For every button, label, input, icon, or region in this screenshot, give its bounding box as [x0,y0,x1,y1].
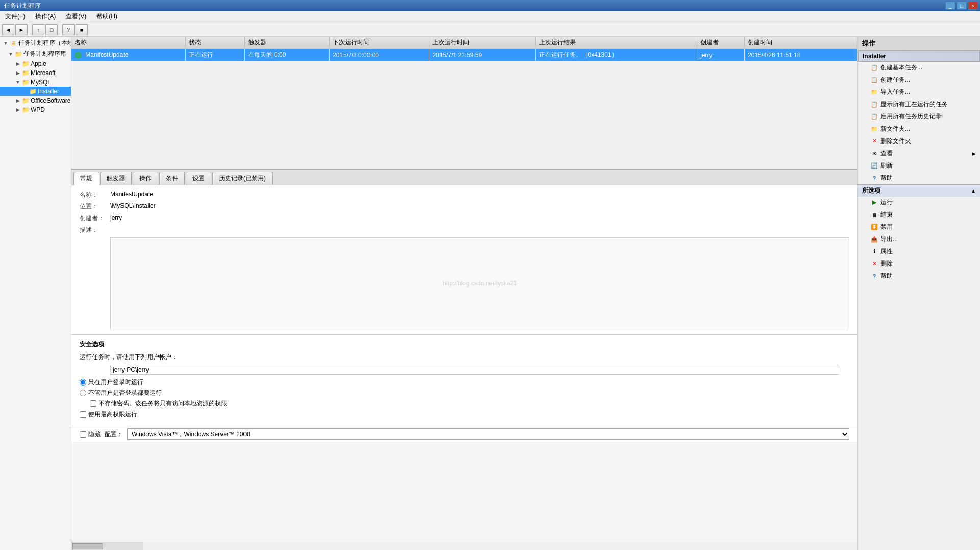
col-status[interactable]: 状态 [186,37,245,49]
action-create-task[interactable]: 📋 创建任务... [858,74,980,86]
sidebar-item-apple[interactable]: ▶ 📁 Apple [0,59,71,68]
tab-actions[interactable]: 操作 [133,172,158,185]
col-last-run[interactable]: 上次运行时间 [429,37,535,49]
tree-toggle-library[interactable]: ▼ [7,51,14,58]
tree-toggle-microsoft[interactable]: ▶ [14,69,21,77]
properties-icon: ℹ [870,248,878,256]
new-folder-icon: 📁 [870,125,878,133]
selected-action-end[interactable]: ⏹ 结束 [858,209,980,221]
config-select[interactable]: Windows Vista™，Windows Server™ 2008 [127,428,849,440]
col-creator[interactable]: 创建者 [697,37,745,49]
radio-only-loggedon[interactable] [80,379,86,386]
help-button[interactable]: ? [62,24,75,35]
toolbar: ◄ ► ↑ □ ? ■ [0,22,980,37]
selected-action-run[interactable]: ▶ 运行 [858,197,980,209]
action-enable-history[interactable]: 📋 启用所有任务历史记录 [858,111,980,123]
tree-toggle-wpd[interactable]: ▶ [14,106,21,113]
selected-action-disable[interactable]: ⏬ 禁用 [858,221,980,233]
action-refresh[interactable]: 🔄 刷新 [858,160,980,172]
col-name[interactable]: 名称 [71,37,186,49]
minimize-button[interactable]: _ [945,2,955,10]
action-view[interactable]: 👁 查看 ▶ [858,148,980,160]
menu-help[interactable]: 帮助(H) [93,11,120,22]
collapse-selected-button[interactable]: ▲ [971,188,976,194]
close-button[interactable]: × [968,2,978,10]
view-icon: 👁 [870,150,878,158]
checkbox-nopwd[interactable] [90,400,96,407]
sidebar-item-library[interactable]: ▼ 📁 任务计划程序库 [0,49,71,59]
action-show-running[interactable]: 📋 显示所有正在运行的任务 [858,99,980,111]
selected-action-export[interactable]: 📤 导出... [858,233,980,246]
sidebar-item-installer[interactable]: 📁 Installer [0,87,71,96]
create-basic-icon: 📋 [870,64,878,72]
tab-history[interactable]: 历史记录(已禁用) [212,172,273,185]
radio-always[interactable] [80,390,86,396]
title-bar: 任务计划程序 _ □ × [0,0,980,11]
sidebar-item-mysql[interactable]: ▼ 📁 MySQL [0,78,71,87]
help-installer-icon: ? [870,174,878,182]
sidebar-item-microsoft[interactable]: ▶ 📁 Microsoft [0,68,71,78]
table-row[interactable]: ManifestUpdate 正在运行 在每天的 0:00 2015/7/3 0… [71,49,857,61]
action-label-view: 查看 [880,149,893,158]
info-button[interactable]: ■ [76,24,88,35]
checkbox-highest-label: 使用最高权限运行 [88,410,137,419]
view-arrow: ▶ [972,151,976,156]
detail-area: 常规 触发器 操作 条件 设置 历史记录(已禁用) 名称： ManifestUp… [71,170,857,542]
sidebar-label-installer: Installer [38,88,59,95]
action-help-installer[interactable]: ? 帮助 [858,172,980,184]
col-created[interactable]: 创建时间 [745,37,857,49]
hidden-checkbox[interactable] [80,431,86,438]
hidden-checkbox-group: 隐藏 [80,430,101,439]
selected-action-help[interactable]: ? 帮助 [858,270,980,282]
action-delete-folder[interactable]: ✕ 删除文件夹 [858,135,980,148]
view-button[interactable]: □ [45,24,58,35]
horizontal-scrollbar[interactable] [71,542,143,550]
col-last-result[interactable]: 上次运行结果 [535,37,697,49]
tree-toggle-office[interactable]: ▶ [14,97,21,104]
selected-action-label-properties: 属性 [880,247,893,256]
menu-file[interactable]: 文件(F) [2,11,28,22]
action-create-basic[interactable]: 📋 创建基本任务... [858,62,980,74]
sidebar-item-root[interactable]: ▼ 🖥 任务计划程序（本地） [0,38,71,49]
tree-toggle-apple[interactable]: ▶ [14,60,21,67]
tab-settings[interactable]: 设置 [186,172,211,185]
cell-creator: jerry [697,49,745,61]
checkbox-highest[interactable] [80,411,86,418]
creator-label: 创建者： [80,214,110,223]
installer-section-label: Installer [863,53,886,60]
tree-toggle-root[interactable]: ▼ [2,40,9,47]
window-controls[interactable]: _ □ × [945,2,978,10]
cell-last-run: 2015/7/1 23:59:59 [429,49,535,61]
selected-action-delete[interactable]: ✕ 删除 [858,258,980,270]
col-trigger[interactable]: 触发器 [244,37,329,49]
sidebar-item-wpd[interactable]: ▶ 📁 WPD [0,105,71,114]
sidebar-item-office[interactable]: ▶ 📁 OfficeSoftwareProte [0,96,71,105]
selected-action-properties[interactable]: ℹ 属性 [858,246,980,258]
task-table: 名称 状态 触发器 下次运行时间 上次运行时间 上次运行结果 创建者 创建时间 [71,37,857,61]
tree-toggle-mysql[interactable]: ▼ [14,79,21,86]
action-label-new-folder: 新文件夹... [880,125,910,133]
forward-button[interactable]: ► [15,24,28,35]
folder-icon-installer: 📁 [29,88,37,95]
tab-triggers[interactable]: 触发器 [100,172,132,185]
menu-bar: 文件(F) 操作(A) 查看(V) 帮助(H) [0,11,980,22]
tree-toggle-installer[interactable] [21,88,29,95]
back-button[interactable]: ◄ [2,24,14,35]
tab-conditions[interactable]: 条件 [159,172,185,185]
run-as-row: 运行任务时，请使用下列用户帐户： [80,353,849,362]
checkbox-highest-row: 使用最高权限运行 [80,410,849,419]
delete-folder-icon: ✕ [870,137,878,146]
help-selected-icon: ? [870,272,878,280]
menu-view[interactable]: 查看(V) [63,11,89,22]
hidden-row: 隐藏 配置： Windows Vista™，Windows Server™ 20… [71,426,857,442]
folder-icon-apple: 📁 [21,60,30,67]
maximize-button[interactable]: □ [957,2,967,10]
action-new-folder[interactable]: 📁 新文件夹... [858,123,980,135]
right-section-installer: Installer [858,51,980,62]
action-import[interactable]: 📁 导入任务... [858,86,980,99]
action-label-delete-folder: 删除文件夹 [880,137,911,146]
col-next-run[interactable]: 下次运行时间 [329,37,429,49]
up-button[interactable]: ↑ [32,24,44,35]
menu-action[interactable]: 操作(A) [32,11,59,22]
tab-general[interactable]: 常规 [74,172,99,185]
